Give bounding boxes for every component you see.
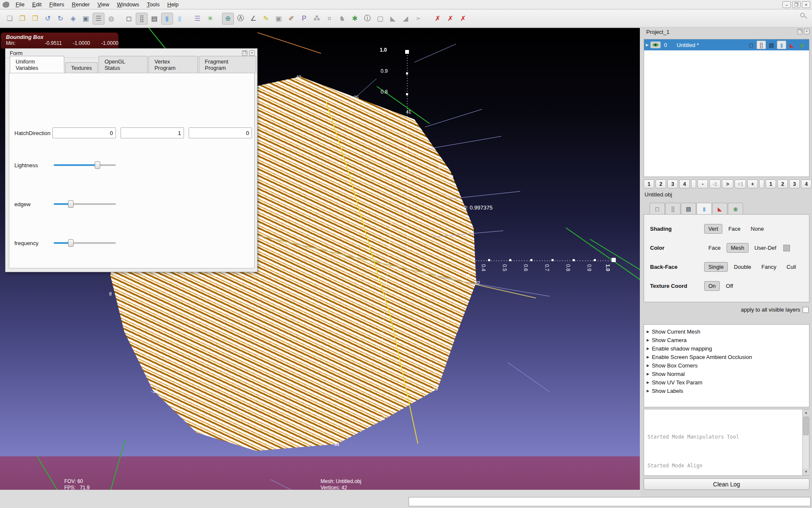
eye-visibility-icon[interactable] <box>650 41 661 48</box>
toolbar-icon[interactable] <box>118 13 122 25</box>
toolbar-icon[interactable]: ✎ <box>260 13 272 25</box>
nav-button[interactable]: 1 <box>765 179 776 188</box>
toolbar-icon[interactable]: ◈ <box>67 13 79 25</box>
toolbar-icon[interactable]: ☰ <box>192 13 203 25</box>
layer-render-icon[interactable]: ▤ <box>767 41 776 49</box>
toolbar-icon[interactable]: ▮ <box>161 13 173 25</box>
menu-item[interactable]: Help <box>163 0 182 8</box>
search-icon[interactable] <box>800 13 807 19</box>
expander-icon[interactable]: ▶ <box>647 389 649 393</box>
render-tab[interactable]: ▤ <box>681 203 696 214</box>
clean-log-button[interactable]: Clean Log <box>644 478 809 490</box>
form-tab[interactable]: Uniform Variables <box>10 56 64 73</box>
toolbar-icon[interactable]: ⁂ <box>311 13 323 25</box>
backface-option[interactable]: Cull <box>782 262 800 272</box>
nav-button[interactable]: -1 <box>709 179 721 188</box>
color-option[interactable]: Face <box>704 243 725 253</box>
nav-button[interactable]: 4 <box>679 179 690 188</box>
toolbar-icon[interactable]: ❏ <box>4 13 16 25</box>
window-button[interactable]: × <box>802 1 810 8</box>
texcoord-option[interactable]: Off <box>721 281 737 291</box>
decoration-item[interactable]: ▶ Enable Screen Space Ambient Occlusion <box>647 353 809 361</box>
toolbar-icon[interactable]: ✐ <box>285 13 297 25</box>
toolbar-icon[interactable]: ↺ <box>42 13 54 25</box>
nav-button[interactable]: 1 <box>644 179 654 188</box>
shading-option[interactable]: Face <box>724 224 745 234</box>
nav-button[interactable]: 2 <box>777 179 788 188</box>
toolbar-icon[interactable]: ◍ <box>105 13 117 25</box>
toolbar-icon[interactable]: ▣ <box>273 13 285 25</box>
backface-option[interactable]: Fancy <box>757 262 780 272</box>
shading-option[interactable]: None <box>746 224 768 234</box>
scroll-thumb[interactable] <box>803 417 809 435</box>
lightness-slider[interactable] <box>54 161 116 169</box>
expander-icon[interactable]: ▶ <box>647 381 649 384</box>
hatch-direction-y-input[interactable] <box>121 127 184 138</box>
render-tab[interactable]: ⣿ <box>665 203 680 214</box>
layer-row-untitled[interactable]: ▶ 0 Untitled * ◻⣿▤▮◣◉ <box>644 39 809 50</box>
toolbar-icon[interactable]: ↻ <box>55 13 66 25</box>
nav-button[interactable]: > <box>722 179 733 188</box>
decoration-item[interactable]: ▶ Show Current Mesh <box>647 327 809 336</box>
menu-item[interactable]: Render <box>68 0 94 8</box>
slider-handle[interactable] <box>95 161 100 169</box>
window-button[interactable]: – <box>782 1 791 8</box>
layer-render-icon[interactable]: ◉ <box>797 41 807 49</box>
apply-all-layers-checkbox[interactable] <box>803 307 809 313</box>
form-float-button[interactable]: ❐ <box>242 50 247 56</box>
toolbar-icon[interactable]: ◻ <box>123 13 135 25</box>
slider-handle[interactable] <box>68 239 74 247</box>
backface-option[interactable]: Single <box>704 262 728 272</box>
decoration-item[interactable]: ▶ Enable shadow mapping <box>647 344 809 353</box>
expander-icon[interactable]: ▶ <box>646 43 649 47</box>
menu-item[interactable]: File <box>12 0 28 8</box>
layer-render-icon[interactable]: ⣿ <box>757 41 766 49</box>
form-tab[interactable]: Textures <box>65 62 98 73</box>
render-tab[interactable]: ◣ <box>712 203 727 214</box>
render-tab[interactable]: ◻ <box>650 203 665 214</box>
expander-icon[interactable]: ▶ <box>647 330 649 334</box>
toolbar-icon[interactable]: P <box>298 13 310 25</box>
expander-icon[interactable]: ▶ <box>647 347 649 351</box>
panel-title-button[interactable]: × <box>804 29 809 34</box>
render-tab[interactable]: ▮ <box>697 203 712 214</box>
toolbar-icon[interactable]: ▮ <box>174 13 186 25</box>
toolbar-icon[interactable]: ✳ <box>204 13 216 25</box>
nav-button[interactable]: +1 <box>735 179 746 188</box>
expander-icon[interactable]: ▶ <box>647 364 649 367</box>
toolbar-icon[interactable] <box>187 13 191 25</box>
toolbar-icon[interactable]: ☰ <box>93 13 104 25</box>
menu-item[interactable]: Edit <box>28 0 45 8</box>
shading-option[interactable]: Vert <box>704 224 722 234</box>
toolbar-icon[interactable]: ✗ <box>457 13 469 25</box>
toolbar-icon[interactable]: ❒ <box>29 13 41 25</box>
layer-render-icon[interactable]: ▮ <box>777 41 786 49</box>
nav-button[interactable] <box>759 179 764 188</box>
bottom-command-input[interactable] <box>409 497 811 506</box>
nav-button[interactable]: 2 <box>656 179 666 188</box>
color-option[interactable]: User-Def <box>750 243 781 253</box>
toolbar-icon[interactable]: ⓘ <box>362 13 373 25</box>
form-tab[interactable]: Fragment Program <box>199 56 256 73</box>
hatch-direction-x-input[interactable] <box>52 127 116 138</box>
nav-button[interactable]: 3 <box>789 179 800 188</box>
window-button[interactable]: ❐ <box>792 1 801 8</box>
edgew-slider[interactable] <box>54 200 116 208</box>
menu-item[interactable]: View <box>93 0 113 8</box>
toolbar-icon[interactable]: ⣿ <box>136 13 148 25</box>
hatch-direction-z-input[interactable] <box>189 127 252 138</box>
frequency-slider[interactable] <box>54 239 116 247</box>
color-option[interactable]: Mesh <box>727 243 749 253</box>
toolbar-icon[interactable]: ▣ <box>80 13 92 25</box>
layer-render-icon[interactable]: ◻ <box>746 41 756 49</box>
slider-handle[interactable] <box>68 200 74 208</box>
menu-item[interactable]: Tools <box>143 0 163 8</box>
form-close-button[interactable]: × <box>249 50 255 56</box>
decoration-item[interactable]: ▶ Show UV Tex Param <box>647 378 809 387</box>
toolbar-icon[interactable] <box>217 13 221 25</box>
scroll-up-icon[interactable]: ▲ <box>803 409 809 416</box>
toolbar-icon[interactable]: ♞ <box>336 13 348 25</box>
backface-option[interactable]: Double <box>730 262 755 272</box>
form-tab[interactable]: OpenGL Status <box>99 56 148 73</box>
toolbar-icon[interactable]: ▢ <box>374 13 386 25</box>
